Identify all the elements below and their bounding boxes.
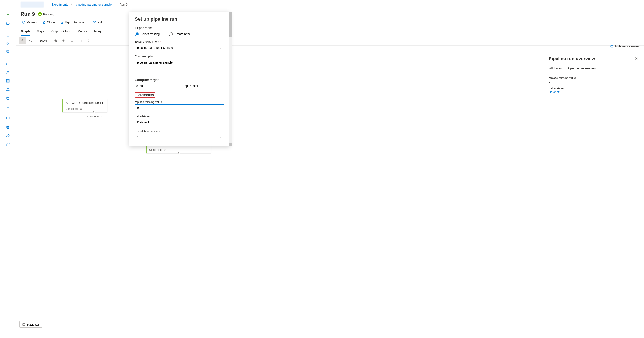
running-icon: ▶ <box>38 12 42 16</box>
tab-metrics[interactable]: Metrics <box>77 28 88 36</box>
svg-rect-49 <box>66 102 67 103</box>
param-replace-label: raplace-missing-value <box>135 100 224 104</box>
module-title: Two-Class Boosted Decisi <box>70 101 103 104</box>
module-icon <box>66 101 69 104</box>
link-icon[interactable] <box>3 140 13 148</box>
description-textarea[interactable] <box>135 59 224 74</box>
svg-line-38 <box>56 41 57 42</box>
zoom-in-icon[interactable] <box>52 37 59 44</box>
svg-rect-36 <box>30 40 31 42</box>
chevron-right-icon: 〉 <box>114 2 117 6</box>
clone-button[interactable]: Clone <box>40 19 57 25</box>
pipelines-icon[interactable] <box>3 77 13 85</box>
datastores-icon[interactable] <box>3 123 13 131</box>
models-icon[interactable] <box>3 94 13 102</box>
chevron-down-icon: ⌄ <box>220 121 222 124</box>
hide-overview-button[interactable]: Hide run overview <box>610 45 639 48</box>
experiments-icon[interactable] <box>3 68 13 76</box>
tab-steps[interactable]: Steps <box>36 28 45 36</box>
actual-size-icon[interactable]: 1:1 <box>77 37 84 44</box>
svg-rect-19 <box>8 82 9 82</box>
breadcrumb-workspace[interactable] <box>20 2 44 8</box>
svg-line-42 <box>64 41 65 42</box>
view-tabs: Graph Steps Outputs + logs Metrics Imag <box>16 28 644 36</box>
chevron-down-icon: ⌄ <box>86 21 88 24</box>
add-icon[interactable] <box>3 10 13 18</box>
svg-rect-20 <box>7 88 8 89</box>
output-port[interactable] <box>93 111 95 113</box>
svg-point-29 <box>8 106 8 107</box>
tree-icon[interactable] <box>3 86 13 94</box>
zoom-dropdown[interactable]: 100% ⌄ <box>38 39 51 42</box>
close-panel-button[interactable]: ✕ <box>634 56 639 62</box>
param-replace-input[interactable] <box>135 104 224 111</box>
module-node[interactable]: Two-Class Boosted Decisi Completed ♻ <box>62 99 107 112</box>
param-version-label: train-dataset version <box>135 130 224 133</box>
chevron-down-icon: ⌄ <box>48 40 50 42</box>
radio-create-new[interactable]: Create new <box>169 32 190 36</box>
page-title: Run 9 <box>20 11 35 17</box>
svg-rect-10 <box>7 52 8 54</box>
datasets-icon[interactable] <box>3 60 13 68</box>
recycle-icon: ♻ <box>163 148 166 152</box>
output-port[interactable] <box>178 152 180 154</box>
compute-default-label: Default <box>135 84 144 88</box>
run-overview-panel: Pipeline run overview ✕ Attributes Pipel… <box>548 51 640 338</box>
param-label: train-dataset: <box>549 87 640 90</box>
param-value-link[interactable]: Dataset1 <box>549 90 640 94</box>
param-value: 0 <box>549 80 640 83</box>
zoom-out-icon[interactable] <box>60 37 68 44</box>
notebooks-icon[interactable] <box>3 31 13 39</box>
svg-rect-18 <box>6 82 8 82</box>
refresh-button[interactable]: Refresh <box>20 19 39 25</box>
port-label: Untrained moe <box>84 115 102 118</box>
panel-title: Pipeline run overview <box>549 56 595 61</box>
section-parameters-highlighted: Parameters <box>135 92 156 98</box>
search-canvas-icon[interactable] <box>85 37 92 44</box>
tab-pipeline-params[interactable]: Pipeline parameters <box>567 65 596 72</box>
action-toolbar: Refresh Clone Export to code ⌄ Pul <box>16 18 644 28</box>
param-version-select[interactable]: 1 ⌄ <box>135 134 224 141</box>
svg-rect-9 <box>8 51 9 52</box>
svg-rect-50 <box>68 103 68 104</box>
canvas-toolbar: 100% ⌄ 1:1 <box>16 36 644 46</box>
close-modal-button[interactable] <box>219 16 224 22</box>
home-icon[interactable] <box>3 19 13 27</box>
param-dataset-label: train-dataset <box>135 115 224 118</box>
fit-screen-icon[interactable] <box>69 37 76 44</box>
module-status-text: Completed <box>66 107 78 110</box>
svg-rect-53 <box>24 324 25 325</box>
tab-images[interactable]: Imag <box>94 28 101 36</box>
menu-icon[interactable] <box>3 2 13 10</box>
tab-graph[interactable]: Graph <box>20 28 30 36</box>
svg-text:1:1: 1:1 <box>80 40 82 42</box>
param-dataset-select[interactable]: Dataset1 ⌄ <box>135 119 224 126</box>
endpoints-icon[interactable] <box>3 103 13 111</box>
breadcrumb-pipeline[interactable]: pipeline-parameter-sample <box>76 3 112 6</box>
radio-select-existing[interactable]: Select existing <box>135 32 160 36</box>
existing-experiment-select[interactable]: pipeline-parameter-sample ⌄ <box>135 44 224 51</box>
param-label: raplace-missing-value <box>549 76 640 80</box>
designer-icon[interactable] <box>3 48 13 56</box>
svg-rect-16 <box>6 80 8 80</box>
svg-rect-30 <box>6 117 10 119</box>
compute-icon[interactable] <box>3 114 13 122</box>
description-label: Run description* <box>135 55 224 58</box>
modal-scrollbar[interactable] <box>229 12 232 146</box>
publish-button[interactable]: Pul <box>90 19 104 25</box>
status-text: Running <box>43 12 54 16</box>
select-tool-icon[interactable] <box>27 37 34 44</box>
breadcrumb-experiments[interactable]: Experiments <box>52 3 68 6</box>
pan-tool-icon[interactable] <box>19 37 26 44</box>
labeling-icon[interactable] <box>3 132 13 140</box>
tab-attributes[interactable]: Attributes <box>549 65 562 72</box>
automl-icon[interactable] <box>3 39 13 48</box>
export-button[interactable]: Export to code ⌄ <box>58 19 90 25</box>
main-content: 〉 Experiments 〉 pipeline-parameter-sampl… <box>16 0 644 338</box>
navigator-toggle[interactable]: Navigator <box>19 321 42 328</box>
chevron-down-icon: ⌄ <box>220 136 222 139</box>
svg-line-28 <box>8 97 9 98</box>
svg-rect-34 <box>43 22 45 24</box>
radio-icon <box>135 32 139 36</box>
tab-outputs[interactable]: Outputs + logs <box>51 28 71 36</box>
